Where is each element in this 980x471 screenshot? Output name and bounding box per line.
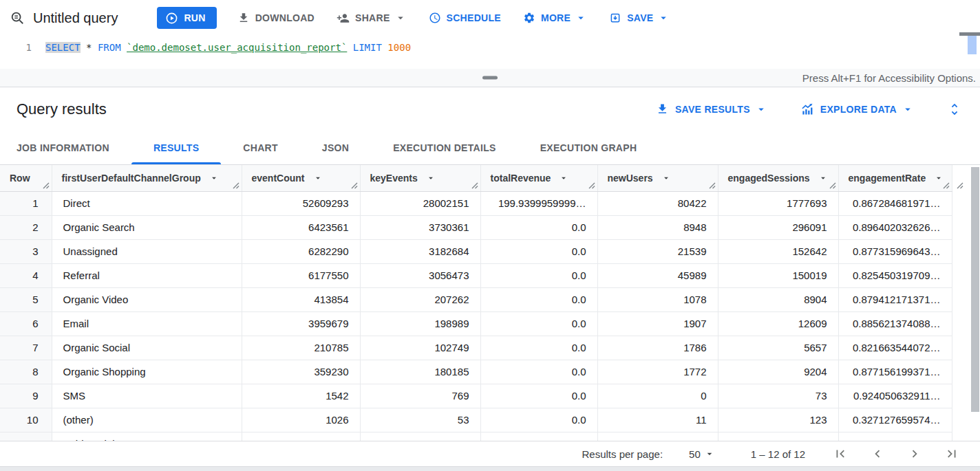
expand-results-button[interactable]	[947, 102, 962, 117]
tab-json[interactable]: JSON	[300, 131, 371, 164]
data-cell[interactable]: 0.0	[480, 311, 597, 336]
data-cell[interactable]: 102749	[360, 336, 480, 360]
column-resize-icon[interactable]	[709, 182, 716, 189]
data-cell[interactable]: 1542	[242, 384, 360, 408]
column-menu-icon[interactable]	[426, 173, 436, 183]
data-cell[interactable]: 0.877156199371…	[838, 360, 952, 384]
column-header-engagedSessions[interactable]: engagedSessions	[718, 165, 838, 191]
data-cell[interactable]: Unassigned	[52, 239, 242, 263]
data-cell[interactable]: 8904	[718, 287, 838, 311]
data-cell[interactable]: 0	[597, 432, 718, 441]
more-button[interactable]: MORE	[515, 6, 595, 30]
data-cell[interactable]: 0.0	[480, 287, 597, 311]
data-cell[interactable]: Organic Video	[52, 287, 242, 311]
column-header-eventCount[interactable]: eventCount	[242, 165, 360, 191]
run-button[interactable]: RUN	[157, 7, 216, 29]
data-cell[interactable]: 0.0	[480, 263, 597, 287]
data-cell[interactable]: 6282290	[242, 239, 360, 263]
data-cell[interactable]: 194	[360, 432, 480, 441]
first-page-button[interactable]	[833, 446, 848, 461]
sql-table-reference-link[interactable]: `demo.demoset.user_acquisition_report`	[127, 42, 347, 53]
data-cell[interactable]: Organic Search	[52, 215, 242, 239]
data-cell[interactable]: 769	[360, 384, 480, 408]
data-cell[interactable]: 199.9399959999…	[480, 191, 597, 215]
column-menu-icon[interactable]	[559, 173, 568, 183]
data-cell[interactable]: 0.877315969643…	[838, 239, 952, 263]
column-menu-icon[interactable]	[313, 173, 323, 183]
page-size-select[interactable]: 50	[689, 448, 715, 460]
tab-chart[interactable]: CHART	[221, 131, 300, 164]
data-cell[interactable]: Organic Social	[52, 336, 242, 360]
data-cell[interactable]: 0.821663544072…	[838, 336, 952, 360]
data-cell[interactable]: 0.0	[480, 432, 597, 441]
data-cell[interactable]: 5657	[718, 336, 838, 360]
column-menu-icon[interactable]	[209, 173, 219, 183]
data-cell[interactable]: 9	[718, 432, 838, 441]
data-cell[interactable]: 6177550	[242, 263, 360, 287]
data-cell[interactable]: 53	[360, 408, 480, 432]
save-results-button[interactable]: SAVE RESULTS	[650, 97, 773, 122]
explore-data-button[interactable]: EXPLORE DATA	[795, 97, 919, 122]
table-vertical-scrollbar-track[interactable]	[970, 165, 980, 441]
data-cell[interactable]: 0.0	[480, 215, 597, 239]
column-header-firstUserDefaultChannelGroup[interactable]: firstUserDefaultChannelGroup	[52, 165, 242, 191]
column-menu-icon[interactable]	[818, 173, 828, 183]
data-cell[interactable]: 1907	[597, 311, 718, 336]
table-vertical-scrollbar-thumb[interactable]	[971, 167, 979, 412]
save-button[interactable]: SAVE	[601, 6, 677, 30]
data-cell[interactable]: 413854	[242, 287, 360, 311]
column-resize-icon[interactable]	[829, 182, 836, 189]
schedule-button[interactable]: SCHEDULE	[421, 6, 509, 30]
data-cell[interactable]: (other)	[52, 408, 242, 432]
column-resize-icon[interactable]	[943, 182, 950, 189]
data-cell[interactable]: 11	[597, 408, 718, 432]
data-cell[interactable]: 0.0	[480, 336, 597, 360]
data-cell[interactable]: 123	[718, 408, 838, 432]
horizontal-scrollbar-strip[interactable]	[0, 466, 980, 471]
data-cell[interactable]: 52609293	[242, 191, 360, 215]
tab-results[interactable]: RESULTS	[131, 131, 221, 164]
data-cell[interactable]: 210785	[242, 336, 360, 360]
data-cell[interactable]: 0	[597, 384, 718, 408]
data-cell[interactable]: Direct	[52, 191, 242, 215]
column-resize-icon[interactable]	[351, 182, 358, 189]
column-menu-icon[interactable]	[661, 173, 671, 183]
data-cell[interactable]: 0.867284681971…	[838, 191, 952, 215]
data-cell[interactable]: 45989	[597, 263, 718, 287]
data-cell[interactable]: 28002151	[360, 191, 480, 215]
share-button[interactable]: SHARE	[329, 6, 414, 30]
data-cell[interactable]: 6423561	[242, 215, 360, 239]
splitter-drag-handle[interactable]	[482, 76, 498, 80]
data-cell[interactable]: SMS	[52, 384, 242, 408]
data-cell[interactable]: 359230	[242, 360, 360, 384]
data-cell[interactable]: 73	[718, 384, 838, 408]
data-cell[interactable]: 0.0	[480, 408, 597, 432]
data-cell[interactable]: 1786	[597, 336, 718, 360]
data-cell[interactable]: 0.924050632911…	[838, 384, 952, 408]
data-cell[interactable]: 296091	[718, 215, 838, 239]
data-cell[interactable]: Referral	[52, 263, 242, 287]
data-cell[interactable]: 0.0	[480, 239, 597, 263]
data-cell[interactable]: 8948	[597, 215, 718, 239]
data-cell[interactable]: 0.885621374088…	[838, 311, 952, 336]
column-resize-icon[interactable]	[588, 182, 595, 189]
column-resize-icon[interactable]	[957, 182, 963, 189]
data-cell[interactable]: 3730361	[360, 215, 480, 239]
previous-page-button[interactable]	[870, 446, 885, 461]
column-header-engagementRate[interactable]: engagementRate	[838, 165, 952, 191]
data-cell[interactable]: 3056473	[360, 263, 480, 287]
tab-execution-details[interactable]: EXECUTION DETAILS	[371, 131, 518, 164]
data-cell[interactable]: 207262	[360, 287, 480, 311]
data-cell[interactable]: 0.825450319709…	[838, 263, 952, 287]
data-cell[interactable]: 3182684	[360, 239, 480, 263]
data-cell[interactable]: 0.879412171371…	[838, 287, 952, 311]
data-cell[interactable]: 907	[242, 432, 360, 441]
column-header-totalRevenue[interactable]: totalRevenue	[480, 165, 597, 191]
data-cell[interactable]: 1026	[242, 408, 360, 432]
column-resize-icon[interactable]	[233, 182, 239, 189]
next-page-button[interactable]	[907, 446, 922, 461]
data-cell[interactable]: 80422	[597, 191, 718, 215]
column-resize-icon[interactable]	[471, 182, 478, 189]
data-cell[interactable]: 0.0	[480, 360, 597, 384]
sql-editor[interactable]: 1 SELECT * FROM `demo.demoset.user_acqui…	[0, 36, 980, 69]
